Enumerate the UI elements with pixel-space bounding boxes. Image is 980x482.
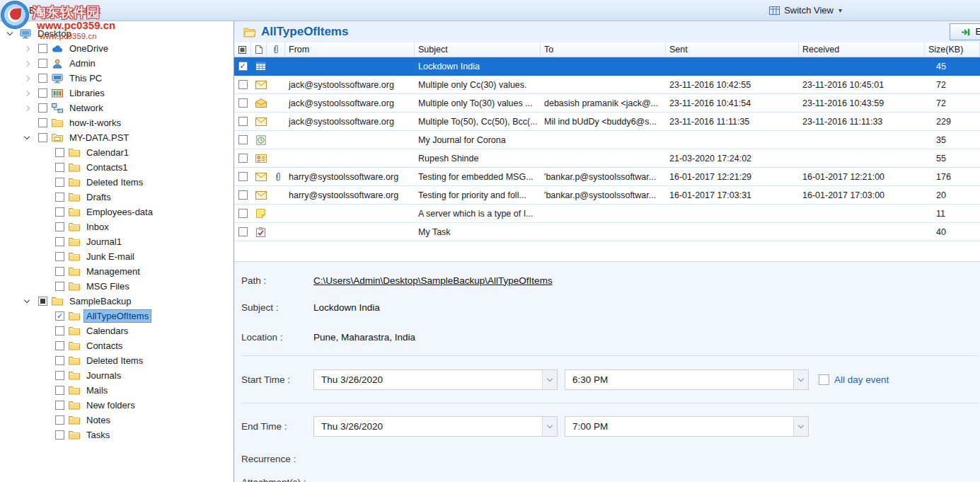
tree-item-deleted-items[interactable]: Deleted Items [0,175,234,190]
tree-item-samplebackup[interactable]: SampleBackup [0,294,234,309]
path-link[interactable]: C:\Users\Admin\Desktop\SampleBackup\AllT… [313,275,553,286]
message-row[interactable]: My Journal for Corona35 [234,131,980,149]
row-checkbox[interactable] [238,135,248,144]
column-header-from[interactable]: From [285,42,415,57]
tree-item-checkbox[interactable]: ✓ [55,311,64,321]
column-header-size-kb[interactable]: Size(KB) [925,42,980,57]
row-checkbox[interactable] [238,190,248,200]
tree-item-checkbox[interactable] [55,415,64,425]
tree-item-how-it-works[interactable]: how-it-works [0,115,234,130]
tree-item-checkbox[interactable] [38,74,47,83]
tree-item-desktop[interactable]: Desktop [0,26,234,41]
tree-item-calendar1[interactable]: Calendar1 [0,145,234,160]
chevron-down-icon[interactable] [793,417,808,436]
message-row[interactable]: My Task40 [234,223,980,241]
chevron-expanded-icon[interactable] [21,296,33,307]
chevron-down-icon[interactable] [542,417,557,436]
column-header-sent[interactable]: Sent [666,42,799,57]
tree-item-checkbox[interactable] [55,386,64,395]
export-button[interactable]: Export [6,4,59,18]
tree-item-onedrive[interactable]: OneDrive [0,41,234,56]
tree-item-checkbox[interactable] [38,44,47,53]
chevron-collapsed-icon[interactable] [21,73,33,84]
message-row[interactable]: harry@systoolssoftware.orgTesting for pr… [234,186,980,205]
message-row[interactable]: jack@systoolssoftware.orgMultiple only T… [234,94,980,113]
tree-item-checkbox[interactable] [55,178,64,187]
column-header-received[interactable]: Received [799,42,925,57]
tree-item-notes[interactable]: Notes [0,413,234,428]
row-checkbox[interactable]: ✓ [238,62,248,71]
tree-item-contacts[interactable]: Contacts [0,338,234,353]
tree-item-checkbox[interactable] [55,237,64,246]
row-checkbox[interactable] [238,154,248,163]
tree-item-checkbox[interactable] [38,103,47,113]
row-checkbox[interactable] [238,209,248,218]
tree-item-checkbox[interactable] [55,193,64,202]
row-checkbox[interactable] [238,172,248,181]
row-checkbox[interactable] [238,98,248,108]
message-row[interactable]: harry@systoolssoftware.orgTesting for em… [234,168,980,186]
message-row[interactable]: jack@systoolssoftware.orgMultiple To(50)… [234,113,980,131]
tree-item-calendars[interactable]: Calendars [0,323,234,338]
row-checkbox[interactable] [238,227,248,236]
end-date-combobox[interactable]: Thu 3/26/2020 [313,416,558,437]
end-time-combobox[interactable]: 7:00 PM [565,416,809,437]
tree-item-checkbox[interactable] [38,88,47,98]
tree-item-checkbox[interactable] [55,401,64,410]
chevron-down-icon[interactable] [793,370,808,389]
tree-item-checkbox[interactable] [38,118,47,127]
column-header-subject[interactable]: Subject [415,42,541,57]
tree-item-alltypeofitems[interactable]: ✓AllTypeOfItems [0,309,234,323]
row-checkbox[interactable] [238,117,248,126]
chevron-collapsed-icon[interactable] [21,88,33,99]
tree-item-deleted-items[interactable]: Deleted Items [0,353,234,368]
column-header-to[interactable]: To [541,42,666,57]
tree-item-checkbox[interactable] [38,133,47,142]
tree-item-contacts1[interactable]: Contacts1 [0,160,234,175]
chevron-collapsed-icon[interactable] [21,103,33,114]
row-checkbox[interactable] [238,80,248,89]
chevron-collapsed-icon[interactable] [21,58,33,69]
chevron-collapsed-icon[interactable] [21,43,33,54]
tree-item-my-data-pst[interactable]: MY-DATA.PST [0,130,234,145]
tree-item-msg-files[interactable]: MSG Files [0,279,234,294]
tree-item-checkbox[interactable] [55,163,64,172]
tree-item-checkbox[interactable] [55,148,64,157]
chevron-expanded-icon[interactable] [4,28,16,40]
select-all-checkbox[interactable] [234,42,251,57]
chevron-expanded-icon[interactable] [21,132,33,144]
switch-view-button[interactable]: Switch View ▾ [761,4,846,18]
start-date-combobox[interactable]: Thu 3/26/2020 [313,369,558,390]
tree-item-inbox[interactable]: Inbox [0,219,234,234]
tree-item-checkbox[interactable] [55,282,64,291]
tree-item-admin[interactable]: Admin [0,56,234,71]
chevron-down-icon[interactable] [542,370,557,389]
tree-item-tasks[interactable]: Tasks [0,428,234,442]
tree-item-libraries[interactable]: Libraries [0,86,234,101]
tree-item-journal1[interactable]: Journal1 [0,234,234,249]
message-row[interactable]: ✓Lockdown India45 [234,57,980,76]
message-row[interactable]: Rupesh Shinde21-03-2020 17:24:0255 [234,149,980,168]
tree-item-checkbox[interactable] [55,207,64,217]
tree-item-new-folders[interactable]: New folders [0,398,234,413]
tree-item-checkbox[interactable] [38,297,47,306]
tree-item-checkbox[interactable] [55,341,64,350]
start-time-combobox[interactable]: 6:30 PM [565,369,809,390]
message-row[interactable]: jack@systoolssoftware.orgMultiple only C… [234,76,980,94]
all-day-checkbox[interactable] [819,374,829,385]
tree-item-management[interactable]: Management [0,264,234,279]
tree-item-network[interactable]: Network [0,101,234,115]
exit-button[interactable]: ✕ Exit [71,4,105,17]
tree-item-junk-e-mail[interactable]: Junk E-mail [0,249,234,264]
tree-item-checkbox[interactable] [38,59,47,68]
tree-item-checkbox[interactable] [55,267,64,276]
tree-item-checkbox[interactable] [55,222,64,231]
tree-item-employees-data[interactable]: Employees-data [0,205,234,219]
tree-item-checkbox[interactable] [55,430,64,440]
tree-item-checkbox[interactable] [55,326,64,335]
tree-item-checkbox[interactable] [55,356,64,365]
tree-item-mails[interactable]: Mails [0,383,234,398]
tree-item-checkbox[interactable] [55,252,64,261]
tree-item-this-pc[interactable]: This PC [0,71,234,86]
message-row[interactable]: A server which is a type of I...11 [234,205,980,223]
